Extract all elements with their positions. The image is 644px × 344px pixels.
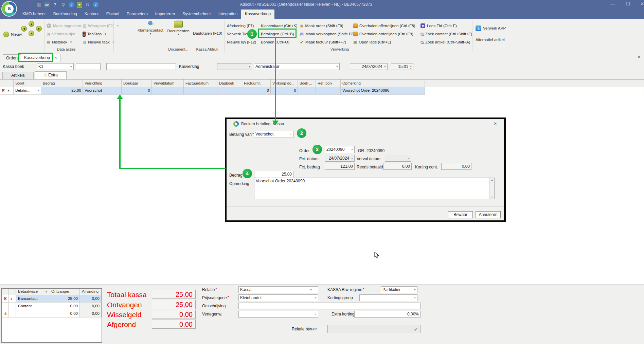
- cell-afronding[interactable]: 0,00: [80, 295, 102, 303]
- maak-ongedaan-button[interactable]: ↶Maak ongedaan: [47, 22, 81, 29]
- nav-left-button[interactable]: ◀: [21, 26, 27, 32]
- annuleren-button[interactable]: Annuleren: [476, 211, 501, 218]
- info-icon[interactable]: i: [93, 2, 99, 7]
- documenten-button[interactable]: Documenten ▼: [167, 20, 190, 36]
- menu-tab-integraties[interactable]: Integraties: [215, 10, 241, 19]
- cell-opmerking[interactable]: Voorschot Order 20240090: [341, 87, 425, 95]
- zoek-contact-button[interactable]: Zoek contact (Ctrl+Shift+F): [421, 31, 472, 37]
- col-header-vervaldatum[interactable]: Vervaldatum: [152, 79, 184, 87]
- restore-button[interactable]: ❐: [624, 1, 632, 6]
- col-header-boek[interactable]: Boek ...: [298, 79, 316, 87]
- scrollbar[interactable]: ▲ ▼: [489, 178, 494, 199]
- cell-betaalwijze[interactable]: Bancontact: [16, 295, 49, 303]
- opmerking-textarea[interactable]: Voorschot Order 20240090 ▲ ▼: [254, 178, 495, 199]
- menu-tab-parameters[interactable]: Parameters: [123, 10, 151, 19]
- bewaar-button[interactable]: Bewaar: [448, 211, 473, 218]
- nav-down-button[interactable]: ▼: [29, 31, 34, 36]
- col-header-bedrag[interactable]: Bedrag: [41, 79, 83, 87]
- relatie-select[interactable]: Kassa ▼ ⋯: [238, 286, 318, 293]
- minimize-button[interactable]: —: [609, 1, 616, 6]
- add-icon[interactable]: +: [77, 2, 82, 7]
- nav-right-button[interactable]: ▶: [36, 26, 42, 32]
- omschrijving-field[interactable]: [238, 303, 421, 309]
- signature-icon[interactable]: ✎: [20, 2, 25, 7]
- open-lade-button[interactable]: ▦Open lade (Ctrl+L): [353, 39, 415, 46]
- col-header-soort[interactable]: Soort: [14, 79, 41, 87]
- cell-ontvangen[interactable]: 25,00: [49, 295, 80, 303]
- date-field[interactable]: 24/07/2024▼: [350, 63, 388, 70]
- cell-ontvangen[interactable]: 0,00: [49, 310, 80, 318]
- lees-eid-button[interactable]: eLees Eid (Ctrl+E): [421, 22, 472, 29]
- subtab-artikels[interactable]: Artikels: [2, 72, 34, 79]
- cell-boek[interactable]: [298, 87, 316, 95]
- spinner-down-icon[interactable]: ▼: [410, 67, 412, 70]
- user-select[interactable]: Administrator▼: [254, 63, 340, 70]
- cell-factuurdatum[interactable]: [184, 87, 217, 95]
- menu-tab-kassaverkoop[interactable]: Kassaverkoop: [241, 10, 274, 19]
- dagtotalen-button[interactable]: Dagtotalen (F10): [193, 30, 222, 37]
- calculator-icon[interactable]: ▦: [36, 2, 41, 7]
- historiek-button[interactable]: ▤Historiek▼: [47, 39, 81, 46]
- table-row[interactable]: ✖ ▸ Betalin...▼ 25,00 Voorschot 0 0 0 Vo…: [0, 87, 644, 95]
- col-header-factuurdatum[interactable]: Factuurdatum: [184, 79, 217, 87]
- cell-dagboek[interactable]: [217, 87, 242, 95]
- col-header-afronding[interactable]: Afronding: [80, 289, 102, 295]
- delete-row-icon[interactable]: ✖: [2, 88, 5, 92]
- cell-soort[interactable]: Betalin...▼: [14, 87, 41, 95]
- subtab-extra[interactable]: ⚠Extra: [35, 71, 67, 79]
- time-field[interactable]: 15:01 ▲ ▼: [391, 63, 413, 70]
- kasverslag-select[interactable]: ▼: [217, 63, 252, 70]
- add-contact-icon[interactable]: ☻: [28, 2, 33, 7]
- chevron-down-icon[interactable]: ▼: [37, 89, 39, 92]
- verval-datum-field[interactable]: ▼: [385, 155, 411, 162]
- cell-afronding[interactable]: 0,00: [80, 303, 102, 310]
- menu-tab-kantoor[interactable]: Kantoor: [81, 10, 103, 19]
- col-header-verrichting[interactable]: Verrichting: [83, 79, 122, 87]
- col-header-dagboek[interactable]: Dagboek: [217, 79, 242, 87]
- kassa-boek-nr-field[interactable]: [76, 63, 101, 70]
- cell-vervaldatum[interactable]: [152, 87, 184, 95]
- dialog-close-icon[interactable]: ✕: [494, 121, 497, 126]
- payment-row-contant[interactable]: Contant 0,00 0,00: [2, 303, 102, 310]
- payment-row-new[interactable]: ✱ 0,00 0,00: [2, 310, 102, 318]
- spinner-up-icon[interactable]: ▲: [410, 65, 412, 67]
- btw-regime-select[interactable]: Partikulier▼: [381, 286, 417, 293]
- bell-icon[interactable]: Ω: [85, 2, 90, 7]
- cell-verrichting[interactable]: Voorschot: [83, 87, 122, 95]
- pin-icon[interactable]: ⚲: [60, 2, 66, 7]
- menu-tab-systeembeheer[interactable]: Systeembeheer: [179, 10, 215, 19]
- help-icon[interactable]: ?: [52, 2, 58, 7]
- cell-boekjaar[interactable]: 0: [122, 87, 152, 95]
- menu-tab-kmo-beheer[interactable]: KMO-beheer: [19, 10, 50, 19]
- maak-factuur-button[interactable]: ✔Maak factuur (Shift+F7): [300, 39, 355, 46]
- menu-tab-fiscaal[interactable]: Fiscaal: [103, 10, 123, 19]
- klantenkaart-button[interactable]: Klantenkaart (Ctrl+K): [261, 22, 298, 29]
- col-header-opmerking[interactable]: Opmerking: [341, 79, 425, 87]
- payment-row-bancontact[interactable]: ✖ ▸ Bancontact 25,00 0,00: [2, 295, 102, 303]
- extra-korting-field[interactable]: 0,00%: [354, 311, 421, 318]
- cell-afronding[interactable]: 0,00: [80, 310, 102, 318]
- code-icon[interactable]: C#: [44, 2, 50, 7]
- cell-betaalwijze[interactable]: Contant: [16, 303, 49, 310]
- col-header-betaalwijze[interactable]: Betaalwijze▲: [16, 289, 49, 295]
- delete-row-icon[interactable]: ✖: [4, 296, 7, 301]
- overhalen-offertelijnen-button[interactable]: ≡Overhalen offertelijnen (Ctrl+F8): [353, 22, 415, 29]
- kassa-boek-omschrijving-field[interactable]: [106, 63, 176, 70]
- scroll-down-icon[interactable]: ▼: [490, 196, 494, 198]
- ellipsis-icon[interactable]: ⋯: [314, 288, 317, 290]
- kortingsgroep-select[interactable]: ▼: [359, 294, 417, 301]
- scroll-up-icon[interactable]: ▲: [490, 179, 494, 181]
- prijscategorie-select[interactable]: Kleinhandel▼: [238, 294, 318, 301]
- kassa-boek-select[interactable]: K1▼: [37, 63, 74, 70]
- betaling-van-select[interactable]: Voorschot▼: [254, 131, 293, 138]
- order-select[interactable]: 20240090▼: [325, 146, 355, 153]
- klantencontact-button[interactable]: ☻✉ Klantencontact ▼: [135, 19, 166, 35]
- col-header-ref-bon[interactable]: Ref. bon: [316, 79, 341, 87]
- alternatief-artikel-button[interactable]: Alternatief artikel: [476, 36, 505, 43]
- download-icon[interactable]: ↓: [69, 2, 74, 7]
- col-header-ontvangen[interactable]: Ontvangen: [49, 289, 80, 295]
- col-header-boekjaar[interactable]: Boekjaar: [122, 79, 152, 87]
- vertegenw-select[interactable]: ▼: [238, 311, 318, 318]
- nav-up-button[interactable]: ▲: [29, 21, 34, 27]
- overhalen-orderlijnen-button[interactable]: ≡Overhalen orderlijnen (Ctrl+F9): [353, 31, 415, 37]
